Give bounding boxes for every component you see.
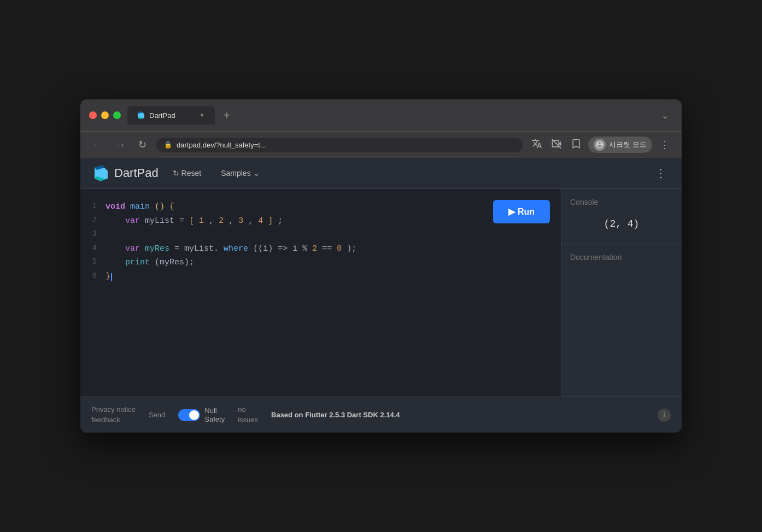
back-button[interactable]: ← [89, 137, 105, 153]
run-button[interactable]: ▶ Run [493, 200, 550, 223]
console-section: Console (2, 4) [561, 189, 682, 244]
feedback-link[interactable]: feedback [91, 415, 136, 425]
console-output: (2, 4) [570, 213, 673, 235]
privacy-notice-link[interactable]: Privacy notice [91, 405, 136, 415]
line-num-4: 4 [89, 242, 97, 256]
footer: Privacy notice feedback Send Null Safety… [80, 397, 682, 432]
traffic-lights [89, 111, 121, 119]
translate-icon[interactable] [529, 136, 544, 153]
line-num-1: 1 [89, 200, 97, 214]
code-lines: 1 void main () { 2 [89, 200, 552, 283]
line-content-4: var myRes = myList. where ((i) => i % 2 … [105, 242, 552, 256]
code-line-5: 5 print (myRes); [89, 256, 552, 270]
forward-button[interactable]: → [112, 137, 128, 153]
info-button[interactable]: ℹ [658, 409, 671, 422]
profile-label: 시크릿 모드 [609, 140, 647, 150]
privacy-feedback-group: Privacy notice feedback [91, 405, 136, 424]
title-bar: DartPad × + ⌄ [80, 99, 682, 131]
line-num-6: 6 [89, 270, 97, 284]
line-num-5: 5 [89, 256, 97, 270]
line-content-6: } [105, 270, 552, 284]
tab-bar: DartPad × + ⌄ [127, 106, 673, 125]
nav-actions: 시크릿 모드 ⋮ [529, 136, 673, 153]
active-tab[interactable]: DartPad × [127, 106, 215, 125]
send-button[interactable]: Send [149, 411, 165, 419]
code-line-6: 6 } [89, 270, 552, 284]
maximize-button[interactable] [113, 111, 121, 119]
lock-icon: 🔒 [164, 141, 172, 149]
address-bar[interactable]: 🔒 dartpad.dev/?null_safety=t... [156, 138, 523, 152]
camera-off-icon[interactable] [549, 136, 564, 153]
code-editor[interactable]: ▶ Run 1 void main () { [80, 189, 561, 397]
browser-menu-button[interactable]: ⋮ [657, 137, 673, 153]
console-title: Console [570, 198, 673, 206]
line-num-3: 3 [89, 228, 97, 242]
dartpad-more-button[interactable]: ⋮ [651, 164, 671, 182]
tab-favicon [136, 111, 145, 120]
new-tab-button[interactable]: + [219, 107, 235, 124]
issues-label: no issues [238, 405, 258, 424]
toggle-switch[interactable] [178, 409, 200, 421]
toggle-knob [189, 410, 199, 420]
code-line-3: 3 [89, 228, 552, 242]
reset-button[interactable]: ↻ Reset [167, 165, 207, 181]
tab-close-button[interactable]: × [198, 110, 206, 120]
dart-logo-icon [91, 164, 109, 182]
reload-button[interactable]: ↻ [135, 137, 150, 153]
app-container: DartPad ↻ Reset Samples ⌄ ⋮ ▶ Run 1 void [80, 158, 682, 432]
profile-avatar [594, 139, 606, 151]
profile-button[interactable]: 시크릿 모드 [588, 137, 652, 153]
minimize-button[interactable] [101, 111, 109, 119]
right-panel: Console (2, 4) Documentation [561, 189, 682, 397]
null-safety-toggle[interactable]: Null Safety [178, 406, 225, 423]
nav-bar: ← → ↻ 🔒 dartpad.dev/?null_safety=t... [80, 131, 682, 158]
documentation-title: Documentation [570, 253, 673, 262]
bookmark-icon[interactable] [568, 136, 584, 153]
line-content-1: void main () { [105, 200, 552, 214]
tab-title: DartPad [149, 111, 194, 120]
sdk-label: Based on Flutter 2.5.3 Dart SDK 2.14.4 [271, 411, 400, 419]
line-content-3 [105, 228, 552, 242]
code-line-4: 4 var myRes = myList. where ((i) => i % … [89, 242, 552, 256]
code-line-2: 2 var myList = [ 1 , 2 , 3 , 4 [89, 214, 552, 228]
dartpad-title: DartPad [114, 166, 159, 180]
line-content-2: var myList = [ 1 , 2 , 3 , 4 ] ; [105, 214, 552, 228]
browser-window: DartPad × + ⌄ ← → ↻ 🔒 dartpad.dev/?null_… [80, 99, 682, 432]
samples-button[interactable]: Samples ⌄ [215, 165, 265, 181]
code-line-1: 1 void main () { [89, 200, 552, 214]
url-text: dartpad.dev/?null_safety=t... [177, 141, 515, 149]
dartpad-logo: DartPad [91, 164, 159, 182]
dartpad-header: DartPad ↻ Reset Samples ⌄ ⋮ [80, 158, 682, 189]
close-button[interactable] [89, 111, 97, 119]
main-content: ▶ Run 1 void main () { [80, 189, 682, 397]
line-content-5: print (myRes); [105, 256, 552, 270]
documentation-section: Documentation [561, 244, 682, 397]
tab-menu-button[interactable]: ⌄ [657, 108, 673, 123]
line-num-2: 2 [89, 214, 97, 228]
null-safety-label: Null Safety [204, 406, 225, 423]
